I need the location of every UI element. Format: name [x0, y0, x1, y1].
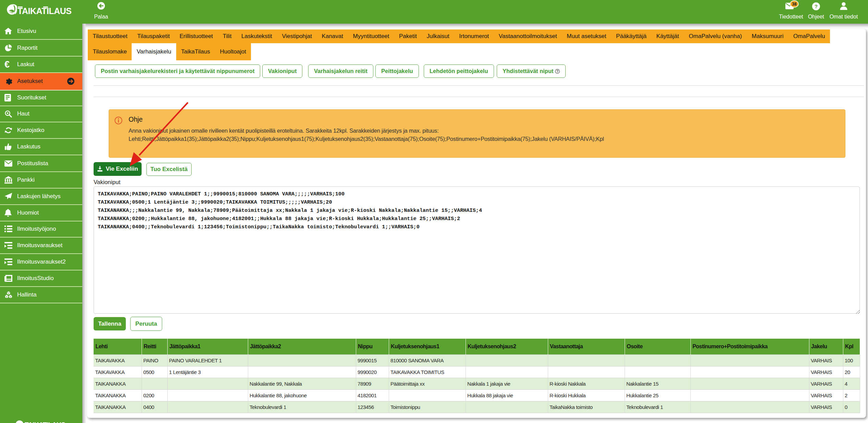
svg-text:38: 38	[792, 2, 797, 7]
svg-text:?: ?	[556, 69, 558, 73]
svg-text:?: ?	[815, 3, 818, 9]
